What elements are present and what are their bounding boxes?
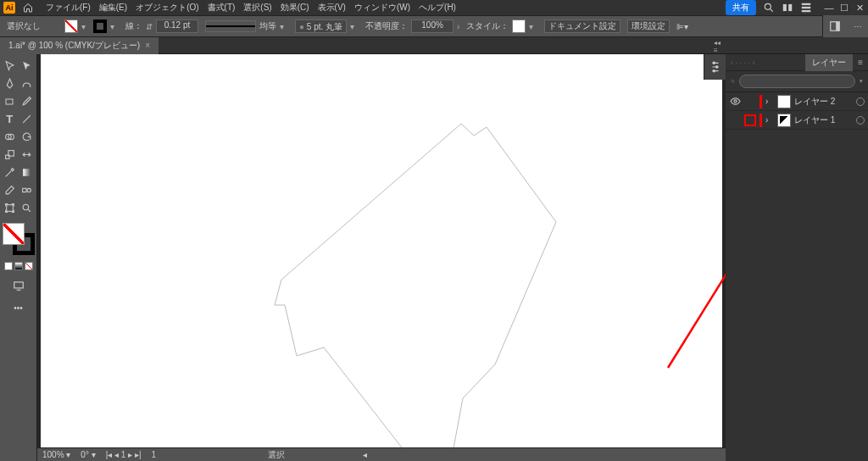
visibility-toggle-icon[interactable] bbox=[729, 114, 741, 126]
svg-rect-8 bbox=[6, 99, 13, 104]
panel-prev-icon[interactable]: ‹ · · · · › bbox=[731, 58, 755, 67]
edit-toolbar-button[interactable]: ••• bbox=[4, 300, 33, 316]
document-setup-button[interactable]: ドキュメント設定 bbox=[544, 19, 620, 33]
tab-title: 1.ai* @ 100 % (CMYK/プレビュー) bbox=[8, 40, 140, 52]
chevron-down-icon[interactable]: ▾ bbox=[529, 22, 537, 31]
opacity-input[interactable]: 100% bbox=[411, 19, 453, 33]
direct-selection-tool[interactable] bbox=[19, 58, 36, 74]
fill-stroke-control[interactable] bbox=[3, 223, 35, 255]
more-icon[interactable]: ⋯ bbox=[854, 22, 862, 31]
chevron-down-icon[interactable]: ▾ bbox=[110, 22, 119, 31]
layer-search-row bbox=[726, 71, 868, 92]
rotate-tool[interactable] bbox=[19, 129, 36, 145]
layer-row[interactable]: › レイヤー 1 bbox=[726, 111, 868, 130]
document-tab[interactable]: 1.ai* @ 100 % (CMYK/プレビュー) × bbox=[0, 37, 159, 54]
eyedropper-tool[interactable] bbox=[2, 164, 18, 181]
lock-toggle[interactable] bbox=[744, 114, 756, 126]
color-mode-solid[interactable] bbox=[4, 262, 13, 270]
chevron-down-icon[interactable]: ▾ bbox=[81, 22, 90, 31]
target-icon[interactable] bbox=[856, 97, 865, 106]
uniform-label: 均等 bbox=[259, 20, 276, 32]
artboard[interactable] bbox=[41, 54, 722, 447]
drawn-path[interactable] bbox=[241, 120, 563, 461]
zoom-level[interactable]: 100% ▾ bbox=[42, 450, 70, 459]
pen-tool[interactable] bbox=[2, 75, 18, 92]
workspace-icon[interactable] bbox=[800, 2, 812, 14]
lock-toggle[interactable] bbox=[744, 96, 756, 108]
panel-menu-icon[interactable]: ≡ bbox=[858, 58, 863, 67]
layer-name[interactable]: レイヤー 1 bbox=[794, 114, 853, 126]
stepper-icon[interactable]: ⇵ bbox=[146, 22, 153, 31]
share-button[interactable]: 共有 bbox=[726, 0, 756, 15]
stroke-profile[interactable] bbox=[205, 20, 256, 32]
menu-object[interactable]: オブジェクト(O) bbox=[136, 2, 198, 14]
tab-close-icon[interactable]: × bbox=[145, 41, 150, 50]
layer-name[interactable]: レイヤー 2 bbox=[794, 96, 853, 108]
eraser-tool[interactable] bbox=[2, 182, 18, 198]
minimize-icon[interactable]: — bbox=[824, 3, 834, 13]
menu-effect[interactable]: 効果(C) bbox=[281, 2, 309, 14]
menu-view[interactable]: 表示(V) bbox=[318, 2, 346, 14]
layer-color-bar bbox=[760, 114, 762, 127]
screen-mode-tool[interactable] bbox=[10, 277, 26, 293]
menu-edit[interactable]: 編集(E) bbox=[99, 2, 127, 14]
chevron-down-icon[interactable]: ▾ bbox=[350, 22, 359, 31]
visibility-toggle-icon[interactable] bbox=[729, 96, 741, 108]
expand-icon[interactable]: › bbox=[765, 115, 774, 125]
style-label: スタイル： bbox=[466, 20, 509, 32]
rectangle-tool[interactable] bbox=[2, 93, 18, 109]
artboard-tool[interactable] bbox=[2, 200, 18, 216]
artboard-nav[interactable]: |◂ ◂ 1 ▸ ▸| bbox=[106, 450, 142, 459]
properties-panel-icon[interactable] bbox=[708, 59, 723, 75]
selection-tool[interactable] bbox=[2, 58, 18, 74]
color-mode-none[interactable] bbox=[25, 262, 33, 270]
menu-window[interactable]: ウィンドウ(W) bbox=[354, 2, 410, 14]
gradient-tool[interactable] bbox=[19, 164, 36, 181]
close-icon[interactable]: ✕ bbox=[854, 3, 865, 13]
home-icon[interactable] bbox=[22, 2, 34, 14]
search-icon[interactable] bbox=[763, 2, 775, 14]
style-swatch[interactable] bbox=[512, 19, 526, 33]
brush-select[interactable]: ● 5 pt. 丸筆 bbox=[295, 19, 347, 33]
menubar-right: 共有 — ☐ ✕ bbox=[726, 0, 865, 15]
menu-help[interactable]: ヘルプ(H) bbox=[419, 2, 456, 14]
menu-select[interactable]: 選択(S) bbox=[243, 2, 271, 14]
preferences-button[interactable]: 環境設定 bbox=[627, 19, 670, 33]
expand-icon[interactable]: › bbox=[765, 97, 774, 106]
stroke-swatch[interactable] bbox=[93, 19, 107, 33]
layer-row[interactable]: › レイヤー 2 bbox=[726, 92, 868, 111]
menu-type[interactable]: 書式(T) bbox=[208, 2, 236, 14]
menu-file[interactable]: ファイル(F) bbox=[46, 2, 91, 14]
fill-color-icon[interactable] bbox=[3, 223, 25, 245]
rotate-value[interactable]: 0° ▾ bbox=[81, 450, 95, 459]
chevron-down-icon[interactable]: ▾ bbox=[280, 22, 288, 31]
maximize-icon[interactable]: ☐ bbox=[839, 3, 849, 13]
type-tool[interactable]: T bbox=[2, 111, 18, 127]
scale-tool[interactable] bbox=[2, 147, 18, 163]
current-tool-label: 選択 bbox=[268, 449, 285, 461]
arrange-icon[interactable] bbox=[782, 2, 793, 14]
line-tool[interactable] bbox=[19, 111, 36, 127]
layers-tab[interactable]: レイヤー bbox=[805, 54, 853, 71]
blend-tool[interactable] bbox=[19, 182, 36, 198]
align-icon[interactable]: ⊫▾ bbox=[676, 22, 688, 31]
panel-collapse-icon[interactable]: ◂◂ ≡ bbox=[714, 41, 726, 53]
layer-search-input[interactable] bbox=[739, 75, 855, 88]
fill-swatch[interactable] bbox=[64, 19, 78, 33]
scrollbar-left-icon[interactable]: ◂ bbox=[363, 450, 367, 459]
paintbrush-tool[interactable] bbox=[19, 93, 36, 109]
target-icon[interactable] bbox=[856, 116, 865, 125]
zoom-tool[interactable] bbox=[19, 200, 36, 216]
svg-point-25 bbox=[733, 100, 736, 103]
curvature-tool[interactable] bbox=[19, 75, 36, 92]
filter-icon[interactable] bbox=[859, 76, 864, 86]
shape-builder-tool[interactable] bbox=[2, 129, 18, 145]
svg-rect-2 bbox=[788, 4, 792, 11]
chevron-right-icon[interactable]: › bbox=[457, 22, 459, 31]
svg-rect-7 bbox=[836, 22, 839, 31]
width-tool[interactable] bbox=[19, 147, 36, 163]
stroke-weight-input[interactable]: 0.12 pt bbox=[156, 19, 198, 33]
panel-toggle-icon[interactable] bbox=[829, 20, 841, 32]
color-mode-gradient[interactable] bbox=[14, 262, 23, 270]
layer-thumbnail bbox=[777, 114, 791, 127]
